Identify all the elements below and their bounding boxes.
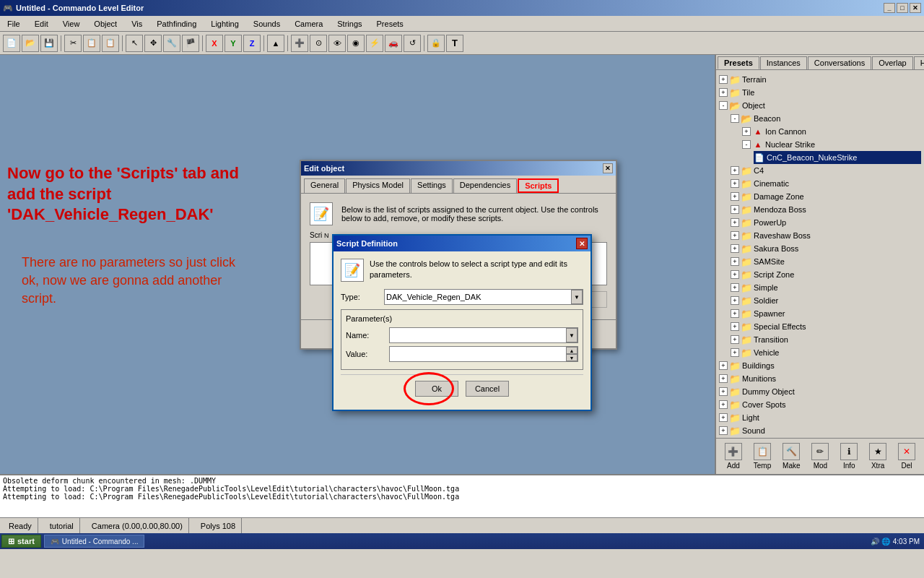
tree-soldier[interactable]: + 📁 Soldier bbox=[731, 294, 921, 307]
script-def-close[interactable]: ✕ bbox=[576, 238, 588, 249]
tree-cinematic[interactable]: + 📁 Cinematic bbox=[731, 177, 921, 190]
minimize-button[interactable]: _ bbox=[884, 3, 895, 13]
tab-scripts[interactable]: Scripts bbox=[518, 178, 559, 193]
action-temp[interactable]: 📋 Temp bbox=[751, 441, 774, 471]
menu-vis[interactable]: Vis bbox=[127, 18, 147, 30]
tree-raveshaw[interactable]: + 📁 Raveshaw Boss bbox=[731, 229, 921, 242]
tree-light[interactable]: + 📁 Light bbox=[719, 411, 921, 424]
menu-strings[interactable]: Strings bbox=[333, 18, 366, 30]
value-down-btn[interactable]: ▼ bbox=[566, 354, 578, 361]
expand-munitions[interactable]: + bbox=[719, 374, 728, 383]
action-info[interactable]: ℹ Info bbox=[837, 441, 860, 471]
expand-tile[interactable]: + bbox=[719, 88, 728, 97]
type-dropdown-btn[interactable]: ▼ bbox=[571, 290, 583, 304]
tree-c4[interactable]: + 📁 C4 bbox=[731, 164, 921, 177]
expand-sfx[interactable]: + bbox=[731, 322, 739, 331]
tb-copy[interactable]: 📋 bbox=[83, 35, 100, 52]
action-add[interactable]: ➕ Add bbox=[722, 441, 745, 471]
tree-damage-zone[interactable]: + 📁 Damage Zone bbox=[731, 190, 921, 203]
script-def-cancel-btn[interactable]: Cancel bbox=[466, 381, 509, 397]
tb-text[interactable]: T bbox=[446, 35, 463, 52]
tb-y[interactable]: Y bbox=[225, 35, 242, 52]
tab-overlap[interactable]: Overlap bbox=[872, 56, 913, 69]
tb-view1[interactable]: 👁 bbox=[328, 35, 346, 52]
tree-scriptzone[interactable]: + 📁 Script Zone bbox=[731, 268, 921, 281]
tab-instances[interactable]: Instances bbox=[760, 56, 807, 69]
tb-paste[interactable]: 📋 bbox=[102, 35, 119, 52]
expand-transition[interactable]: + bbox=[731, 335, 739, 344]
name-input[interactable] bbox=[390, 328, 566, 342]
action-mod[interactable]: ✏ Mod bbox=[808, 441, 832, 471]
tree-vehicle[interactable]: + 📁 Vehicle bbox=[731, 346, 921, 359]
tree-special-effects[interactable]: + 📁 Special Effects bbox=[731, 320, 921, 333]
expand-raveshaw[interactable]: + bbox=[731, 231, 739, 240]
tree-sound[interactable]: + 📁 Sound bbox=[719, 424, 921, 437]
expand-dzone[interactable]: + bbox=[731, 192, 739, 201]
expand-samsite[interactable]: + bbox=[731, 257, 739, 266]
tree-object[interactable]: - 📂 Object bbox=[719, 99, 921, 112]
tree-samsite[interactable]: + 📁 SAMSite bbox=[731, 255, 921, 268]
tab-conversations[interactable]: Conversations bbox=[808, 56, 871, 69]
expand-beacon[interactable]: - bbox=[731, 114, 739, 123]
tree-nuclear-strike[interactable]: - ▲ Nuclear Strike bbox=[742, 138, 921, 151]
expand-soldier[interactable]: + bbox=[731, 296, 739, 305]
expand-terrain[interactable]: + bbox=[719, 75, 728, 84]
expand-powerup[interactable]: + bbox=[731, 218, 739, 227]
expand-scriptzone[interactable]: + bbox=[731, 270, 739, 279]
tb-lock[interactable]: 🔒 bbox=[427, 35, 445, 52]
menu-sounds[interactable]: Sounds bbox=[249, 18, 284, 30]
tb-flag[interactable]: 🏴 bbox=[182, 35, 199, 52]
menu-edit[interactable]: Edit bbox=[30, 18, 53, 30]
tree-beacon[interactable]: - 📂 Beacon bbox=[731, 112, 921, 125]
action-del[interactable]: ✕ Del bbox=[895, 441, 918, 471]
menu-presets[interactable]: Presets bbox=[372, 18, 408, 30]
close-button[interactable]: ✕ bbox=[910, 3, 921, 13]
tb-tools[interactable]: 🔧 bbox=[163, 35, 180, 52]
tree-cnc-beacon[interactable]: 📄 CnC_Beacon_NukeStrike bbox=[754, 151, 921, 164]
menu-lighting[interactable]: Lighting bbox=[206, 18, 243, 30]
expand-simple[interactable]: + bbox=[731, 283, 739, 292]
tb-x[interactable]: X bbox=[206, 35, 223, 52]
script-def-ok-btn[interactable]: Ok bbox=[415, 381, 458, 397]
tree-tile[interactable]: + 📁 Tile bbox=[719, 86, 921, 99]
tb-move[interactable]: ✥ bbox=[144, 35, 162, 52]
expand-light[interactable]: + bbox=[719, 413, 728, 422]
value-input[interactable] bbox=[390, 347, 566, 361]
expand-dummy[interactable]: + bbox=[719, 387, 728, 396]
tab-physics[interactable]: Physics Model bbox=[346, 178, 410, 193]
expand-mendoza[interactable]: + bbox=[731, 205, 739, 214]
expand-sound[interactable]: + bbox=[719, 426, 728, 435]
menu-view[interactable]: View bbox=[58, 18, 84, 30]
tab-general[interactable]: General bbox=[304, 178, 345, 193]
tb-select[interactable]: ↖ bbox=[126, 35, 143, 52]
tb-raise[interactable]: ▲ bbox=[267, 35, 284, 52]
tree-buildings[interactable]: + 📁 Buildings bbox=[719, 359, 921, 372]
tb-refresh[interactable]: ↺ bbox=[404, 35, 421, 52]
edit-object-close[interactable]: ✕ bbox=[603, 163, 613, 173]
tree-mendoza[interactable]: + 📁 Mendoza Boss bbox=[731, 203, 921, 216]
tree-dummy-object[interactable]: + 📁 Dummy Object bbox=[719, 385, 921, 398]
tb-view2[interactable]: ◉ bbox=[347, 35, 365, 52]
tb-z[interactable]: Z bbox=[243, 35, 261, 52]
expand-object[interactable]: - bbox=[719, 101, 728, 110]
tree-transition[interactable]: + 📁 Transition bbox=[731, 333, 921, 346]
tb-new[interactable]: 📄 bbox=[3, 35, 20, 52]
expand-nuclear[interactable]: - bbox=[742, 140, 751, 149]
expand-c4[interactable]: + bbox=[731, 166, 739, 175]
tree-ion-cannon[interactable]: + ▲ Ion Cannon bbox=[742, 125, 921, 138]
tab-presets[interactable]: Presets bbox=[718, 56, 759, 69]
tb-open[interactable]: 📂 bbox=[22, 35, 39, 52]
taskbar-commando[interactable]: 🎮 Untitled - Commando ... bbox=[44, 535, 145, 548]
expand-cinematic[interactable]: + bbox=[731, 179, 739, 188]
menu-pathfinding[interactable]: Pathfinding bbox=[152, 18, 201, 30]
maximize-button[interactable]: □ bbox=[897, 3, 908, 13]
menu-file[interactable]: File bbox=[3, 18, 25, 30]
value-up-btn[interactable]: ▲ bbox=[566, 347, 578, 354]
start-button[interactable]: ⊞ start bbox=[1, 535, 41, 548]
expand-buildings[interactable]: + bbox=[719, 361, 728, 370]
tb-vehicle[interactable]: 🚗 bbox=[385, 35, 402, 52]
expand-sakura[interactable]: + bbox=[731, 244, 739, 253]
expand-spawner[interactable]: + bbox=[731, 309, 739, 318]
tree-spawner[interactable]: + 📁 Spawner bbox=[731, 307, 921, 320]
menu-object[interactable]: Object bbox=[90, 18, 121, 30]
